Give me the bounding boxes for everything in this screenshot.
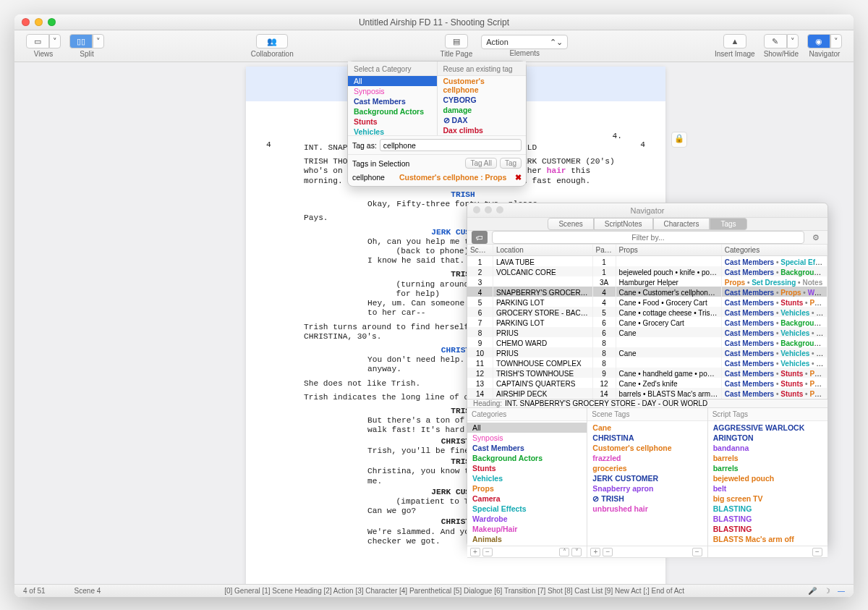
list-item[interactable]: Snapberry apron xyxy=(587,483,707,493)
list-item[interactable]: bandanna xyxy=(708,443,827,453)
list-item[interactable]: ARINGTON xyxy=(708,433,827,443)
category-item[interactable]: Background Actors xyxy=(348,106,437,117)
column-header[interactable]: Scene # xyxy=(467,245,493,255)
list-item[interactable]: Cane xyxy=(587,423,707,433)
list-item[interactable]: Stunts xyxy=(467,463,587,473)
list-item[interactable]: barrels xyxy=(708,453,827,463)
category-item[interactable]: Synposis xyxy=(348,86,437,96)
existing-tag-item[interactable]: damage xyxy=(438,105,527,115)
list-item[interactable]: Customer's cellphone xyxy=(587,443,707,453)
add-button[interactable]: + xyxy=(470,548,480,556)
list-item[interactable]: Cast Members xyxy=(467,443,587,453)
filter-input[interactable] xyxy=(492,231,804,244)
lock-icon[interactable]: 🔒 xyxy=(671,132,687,148)
table-row[interactable]: 11TOWNHOUSE COMPLEX8Cast Members • Vehic… xyxy=(467,357,827,368)
column-header[interactable]: Location xyxy=(493,245,593,255)
add-button[interactable]: + xyxy=(590,548,600,556)
category-item[interactable]: Vehicles xyxy=(348,127,437,135)
mic-icon[interactable]: 🎤 xyxy=(808,587,817,595)
nav-min[interactable] xyxy=(485,206,492,213)
selection-tag-row[interactable]: cellphone Customer's cellphone : Props ✖ xyxy=(348,171,526,183)
table-row[interactable]: 5PARKING LOT4Cane • Food • Grocery CartC… xyxy=(467,297,827,307)
remove-button[interactable]: − xyxy=(603,548,613,556)
list-item[interactable]: ⊘ TRISH xyxy=(587,493,707,504)
existing-tag-item[interactable]: CYBORG xyxy=(438,95,527,105)
navigator-button[interactable]: ◉˅ Navigator xyxy=(803,34,846,58)
table-row[interactable]: 13CAPTAIN'S QUARTERS12Cane • Zed's knife… xyxy=(467,378,827,388)
list-item[interactable]: Props xyxy=(467,483,587,493)
list-item[interactable]: barrels xyxy=(708,463,827,473)
tag-icon[interactable]: 🏷 xyxy=(472,231,488,244)
elements-select[interactable]: Action⌃⌄ Elements xyxy=(477,35,572,57)
moon-icon[interactable]: ☽ xyxy=(824,587,830,595)
category-item[interactable]: Cast Members xyxy=(348,96,437,106)
category-item[interactable]: Stunts xyxy=(348,117,437,127)
titlepage-button[interactable]: ▤ Title Page xyxy=(436,34,477,58)
list-item[interactable]: unbrushed hair xyxy=(587,504,707,514)
views-button[interactable]: ▭˅ Views xyxy=(22,34,65,58)
list-item[interactable]: Background Actors xyxy=(467,453,587,463)
list-item[interactable]: Synposis xyxy=(467,433,587,443)
nav-tab-tags[interactable]: Tags xyxy=(710,218,746,230)
table-row[interactable]: 14AIRSHIP DECK14barrels • BLASTS Mac's a… xyxy=(467,388,827,398)
list-item[interactable]: BLASTING xyxy=(708,524,827,534)
table-row[interactable]: 6GROCERY STORE - BACK OF…5Cane • cottage… xyxy=(467,307,827,317)
list-item[interactable]: frazzled xyxy=(587,453,707,463)
list-item[interactable]: Makeup/Hair xyxy=(467,524,587,534)
existing-tag-item[interactable]: Dax climbs xyxy=(438,125,527,135)
list-item[interactable]: CHRISTINA xyxy=(587,433,707,443)
list-item[interactable]: bejeweled pouch xyxy=(708,473,827,483)
existing-tag-item[interactable]: ⊘ DAX xyxy=(438,115,527,125)
table-row[interactable]: 1LAVA TUBE1Cast Members • Special Effect… xyxy=(467,256,827,266)
list-item[interactable]: AGGRESSIVE WARLOCK xyxy=(708,423,827,433)
table-row[interactable]: 12TRISH'S TOWNHOUSE9Cane • handheld game… xyxy=(467,368,827,378)
up-button[interactable]: ˄ xyxy=(559,548,569,556)
remove-button[interactable]: − xyxy=(482,548,493,556)
insert-image-button[interactable]: ▲ Insert Image xyxy=(710,34,760,58)
category-item[interactable]: All xyxy=(348,76,437,86)
column-header[interactable]: Props xyxy=(616,245,722,255)
settings-icon[interactable]: ⚙ xyxy=(809,233,823,242)
table-row[interactable]: 2VOLCANIC CORE1bejeweled pouch • knife •… xyxy=(467,266,827,276)
maximize-button[interactable] xyxy=(48,18,56,26)
split-button[interactable]: ▯▯˅ Split xyxy=(65,34,109,58)
table-row[interactable]: 10PRIUS8CaneCast Members • Vehicles • Pr… xyxy=(467,347,827,357)
tag-button[interactable]: Tag xyxy=(500,158,522,169)
list-item[interactable]: Wardrobe xyxy=(467,514,587,524)
showhide-button[interactable]: ✎˅ Show/Hide xyxy=(760,34,803,58)
remove-tag-icon[interactable]: ✖ xyxy=(515,173,522,182)
table-row[interactable]: 8PRIUS6CaneCast Members • Vehicles • Pro… xyxy=(467,327,827,337)
tag-as-input[interactable] xyxy=(380,139,522,151)
list-item[interactable]: big screen TV xyxy=(708,493,827,504)
collaboration-button[interactable]: 👥 Collaboration xyxy=(247,34,298,58)
list-item[interactable]: groceries xyxy=(587,463,707,473)
table-row[interactable]: 4SNAPBERRY'S GROCERY ST…4Cane • Customer… xyxy=(467,287,827,297)
column-header[interactable]: Page xyxy=(593,245,616,255)
list-item[interactable]: belt xyxy=(708,483,827,493)
list-item[interactable]: Animals xyxy=(467,534,587,544)
nav-max[interactable] xyxy=(496,206,503,213)
table-row[interactable]: 33AHamburger HelperProps • Set Dressing … xyxy=(467,276,827,287)
tag-all-button[interactable]: Tag All xyxy=(465,158,496,169)
list-item[interactable]: BLASTS Mac's arm off xyxy=(708,534,827,544)
minimize-button[interactable] xyxy=(35,18,43,26)
existing-tag-item[interactable]: Customer's cellphone xyxy=(438,76,527,95)
list-item[interactable]: JERK CUSTOMER xyxy=(587,473,707,483)
table-row[interactable]: 7PARKING LOT6Cane • Grocery CartCast Mem… xyxy=(467,317,827,327)
down-button[interactable]: ˅ xyxy=(571,548,582,556)
nav-tab-scenes[interactable]: Scenes xyxy=(548,218,593,230)
list-item[interactable]: BLASTING xyxy=(708,514,827,524)
list-item[interactable]: Camera xyxy=(467,493,587,504)
table-row[interactable]: 9CHEMO WARD8Cast Members • Background Ac… xyxy=(467,337,827,347)
nav-tab-characters[interactable]: Characters xyxy=(653,218,710,230)
tag-hair[interactable]: hair xyxy=(547,166,566,175)
nav-tab-scriptnotes[interactable]: ScriptNotes xyxy=(594,218,653,230)
list-item[interactable]: All xyxy=(467,423,587,433)
close-button[interactable] xyxy=(22,18,30,26)
collapse-icon[interactable]: — xyxy=(838,587,845,595)
list-item[interactable]: BLASTING xyxy=(708,504,827,514)
list-item[interactable]: Special Effects xyxy=(467,504,587,514)
nav-close[interactable] xyxy=(473,206,480,213)
list-item[interactable]: Vehicles xyxy=(467,473,587,483)
column-header[interactable]: Categories xyxy=(722,245,827,255)
